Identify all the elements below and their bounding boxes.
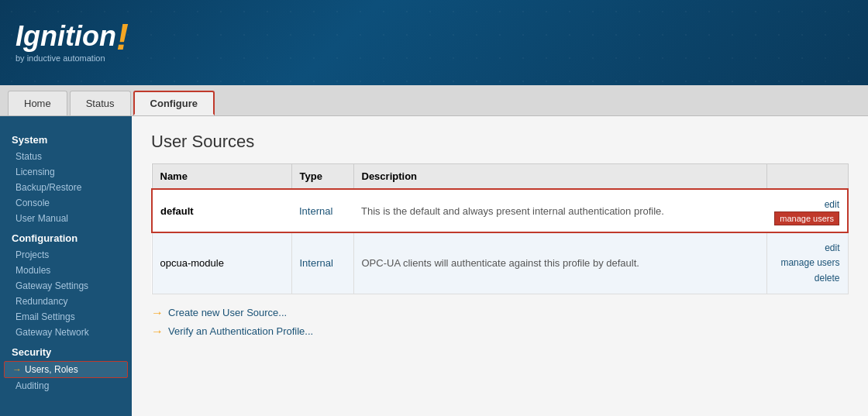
verify-auth-profile-link[interactable]: → Verify an Authentication Profile... — [151, 325, 849, 339]
verify-auth-profile-label: Verify an Authentication Profile... — [168, 325, 313, 337]
table-actions: → Create new User Source... → Verify an … — [151, 306, 849, 339]
page-title: User Sources — [151, 132, 849, 152]
tab-home[interactable]: Home — [8, 91, 67, 115]
tab-configure[interactable]: Configure — [133, 91, 215, 115]
row-type-default: Internal — [291, 189, 353, 232]
sidebar-item-redundancy[interactable]: Redundancy — [0, 294, 132, 309]
logo-sub: by inductive automation — [16, 53, 129, 63]
row-desc-default: This is the default and always present i… — [353, 189, 766, 232]
sidebar-item-backup-restore[interactable]: Backup/Restore — [0, 180, 132, 195]
create-user-source-label: Create new User Source... — [168, 307, 287, 318]
main-layout: System Status Licensing Backup/Restore C… — [0, 116, 868, 416]
manage-users-link-opcua[interactable]: manage users — [775, 256, 840, 270]
row-name-opcua: opcua-module — [152, 232, 291, 294]
sidebar-item-gateway-settings[interactable]: Gateway Settings — [0, 278, 132, 294]
delete-link-opcua[interactable]: delete — [775, 271, 840, 286]
sidebar-section-security: Security — [0, 340, 132, 361]
row-desc-opcua: OPC-UA clients will authenticate against… — [353, 232, 766, 294]
arrow-icon-create: → — [151, 306, 164, 320]
logo-text: Ignition — [16, 22, 116, 50]
edit-link-default[interactable]: edit — [774, 198, 839, 212]
sidebar-item-user-manual[interactable]: User Manual — [0, 211, 132, 226]
logo: Ignition ! by inductive automation — [16, 22, 129, 63]
sidebar-item-status[interactable]: Status — [0, 149, 132, 164]
sidebar-section-configuration: Configuration — [0, 226, 132, 247]
nav-bar: Home Status Configure — [0, 85, 868, 116]
arrow-icon: → — [12, 364, 22, 375]
row-name-default: default — [152, 189, 291, 232]
arrow-icon-verify: → — [151, 325, 164, 339]
col-header-actions — [766, 164, 848, 190]
sidebar-item-users-roles[interactable]: → Users, Roles — [4, 361, 128, 378]
sidebar-item-gateway-network[interactable]: Gateway Network — [0, 325, 132, 340]
sidebar-section-system: System — [0, 128, 132, 149]
content-area: User Sources Name Type Description defau… — [132, 116, 868, 416]
manage-users-button-default[interactable]: manage users — [774, 211, 839, 225]
sidebar-item-auditing[interactable]: Auditing — [0, 378, 132, 394]
table-row: opcua-module Internal OPC-UA clients wil… — [152, 232, 848, 294]
sidebar-item-console[interactable]: Console — [0, 195, 132, 211]
row-actions-opcua: edit manage users delete — [766, 232, 848, 294]
col-header-description: Description — [353, 164, 766, 190]
row-actions-default: edit manage users — [766, 189, 848, 232]
sidebar-item-licensing[interactable]: Licensing — [0, 164, 132, 180]
sidebar-item-projects[interactable]: Projects — [0, 247, 132, 263]
edit-link-opcua[interactable]: edit — [775, 241, 840, 256]
app-header: Ignition ! by inductive automation — [0, 0, 868, 85]
row-type-opcua: Internal — [291, 232, 353, 294]
sidebar-item-modules[interactable]: Modules — [0, 263, 132, 278]
col-header-name: Name — [152, 164, 291, 190]
sidebar: System Status Licensing Backup/Restore C… — [0, 116, 132, 416]
logo-exclaim: ! — [116, 22, 129, 52]
tab-status[interactable]: Status — [70, 91, 131, 115]
create-user-source-link[interactable]: → Create new User Source... — [151, 306, 849, 320]
col-header-type: Type — [291, 164, 353, 190]
user-sources-table: Name Type Description default Internal T… — [151, 163, 849, 294]
sidebar-item-email-settings[interactable]: Email Settings — [0, 309, 132, 325]
table-row: default Internal This is the default and… — [152, 189, 848, 232]
